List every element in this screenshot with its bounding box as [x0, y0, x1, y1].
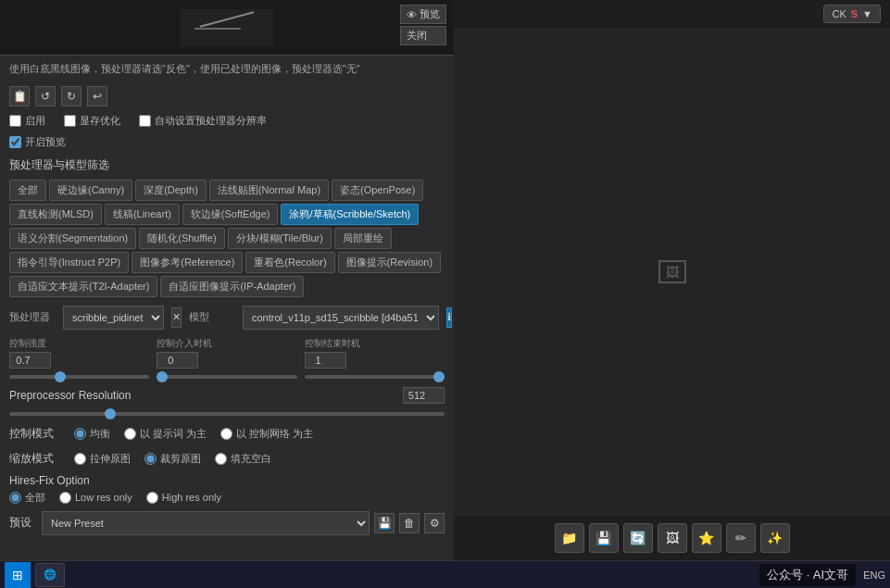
hires-all[interactable]: 全部 — [9, 491, 45, 505]
end-step-label: 控制结束时机 — [305, 337, 445, 350]
open-preview-checkbox-item[interactable]: 开启预览 — [9, 135, 66, 149]
rt-refresh-btn[interactable]: 🔄 — [623, 523, 653, 553]
control-weight-value[interactable] — [9, 352, 51, 369]
rt-edit-btn[interactable]: ✏ — [726, 523, 756, 553]
preset-save-btn[interactable]: 💾 — [374, 513, 395, 533]
filter-btn-softedge[interactable]: 软边缘(SoftEdge) — [182, 204, 279, 225]
filter-btn-segmentation[interactable]: 语义分割(Segmentation) — [9, 228, 136, 249]
resize-mode-label: 缩放模式 — [9, 451, 60, 467]
toolbar-redo-icon[interactable]: ↻ — [61, 86, 81, 106]
control-mode-prompt-radio[interactable] — [124, 428, 136, 440]
pres-slider[interactable] — [9, 412, 445, 416]
pres-value-input[interactable] — [403, 387, 445, 404]
description-content: 使用白底黑线图像，预处理器请选"反色"，使用已处理的图像，预处理器选"无" — [9, 63, 360, 74]
rt-folder-btn[interactable]: 📁 — [555, 523, 584, 553]
filter-btn-reference[interactable]: 图像参考(Reference) — [132, 252, 243, 273]
auto-res-checkbox[interactable] — [139, 115, 151, 127]
control-mode-network[interactable]: 以 控制网络 为主 — [220, 427, 313, 441]
control-mode-balanced-radio[interactable] — [74, 428, 86, 440]
resize-stretch-label: 拉伸原图 — [90, 452, 131, 466]
ck-badge: CK S ▼ — [823, 5, 881, 23]
resize-stretch[interactable]: 拉伸原图 — [74, 452, 131, 466]
end-step-slider[interactable] — [305, 375, 445, 379]
three-col-slider: 控制强度 控制介入时机 控制结束时机 — [0, 334, 454, 384]
taskbar-app-chrome[interactable]: 🌐 — [35, 563, 65, 587]
start-button[interactable]: ⊞ — [5, 562, 31, 588]
toolbar-copy-icon[interactable]: 📋 — [9, 86, 30, 106]
rt-magic-btn[interactable]: ✨ — [760, 523, 790, 553]
filter-btn-revision[interactable]: 图像提示(Revision) — [338, 252, 442, 273]
preview-button[interactable]: 👁 预览 — [400, 5, 446, 24]
end-step-value[interactable] — [305, 352, 346, 369]
control-mode-network-radio[interactable] — [220, 428, 232, 440]
model-info-btn[interactable]: ℹ — [446, 307, 452, 328]
memory-opt-checkbox-item[interactable]: 显存优化 — [64, 114, 120, 128]
memory-opt-checkbox[interactable] — [64, 115, 76, 127]
filter-btn-t2i[interactable]: 自适应文本提示(T2I-Adapter) — [9, 276, 157, 297]
hires-low[interactable]: Low res only — [59, 491, 132, 505]
preset-select[interactable]: New Preset — [42, 511, 370, 535]
preset-settings-btn[interactable]: ⚙ — [424, 513, 445, 533]
right-panel: CK S ▼ 🖼 📁 💾 🔄 🖼 — [454, 0, 890, 560]
filter-btn-canny[interactable]: 硬边缘(Canny) — [49, 180, 132, 201]
start-step-slider[interactable] — [157, 375, 296, 379]
enable-checkbox-item[interactable]: 启用 — [9, 114, 45, 128]
pres-resolution-row: Preprocessor Resolution — [0, 384, 454, 421]
ck-s-label: S — [851, 8, 858, 19]
control-mode-prompt-label: 以 提示词 为主 — [140, 427, 207, 441]
filter-btn-ipadapter[interactable]: 自适应图像提示(IP-Adapter) — [160, 276, 304, 297]
filter-btn-tile[interactable]: 分块/模糊(Tile/Blur) — [228, 228, 332, 249]
enable-checkbox[interactable] — [9, 115, 21, 127]
rt-image-btn[interactable]: 🖼 — [658, 523, 687, 553]
large-image-area: 🖼 — [454, 28, 890, 516]
auto-res-label: 自动设置预处理器分辨率 — [155, 114, 267, 128]
rt-save-btn[interactable]: 💾 — [589, 523, 619, 553]
open-preview-checkbox[interactable] — [9, 136, 21, 148]
ck-dropdown-icon[interactable]: ▼ — [862, 8, 872, 19]
preset-delete-icon: 🗑 — [404, 517, 415, 530]
filter-btn-shuffle[interactable]: 随机化(Shuffle) — [139, 228, 224, 249]
filter-btn-inpaint[interactable]: 局部重绘 — [334, 228, 392, 249]
hires-low-radio[interactable] — [59, 492, 71, 504]
resize-crop[interactable]: 裁剪原图 — [144, 452, 201, 466]
close-button[interactable]: 关闭 — [400, 26, 446, 45]
taskbar-right: 公众号 · AI文哥 ENG — [759, 564, 885, 586]
filter-btn-depth[interactable]: 深度(Depth) — [135, 180, 207, 201]
hires-high-label: High res only — [162, 492, 221, 503]
hires-all-radio[interactable] — [9, 492, 21, 504]
resize-stretch-radio[interactable] — [74, 453, 86, 465]
model-select[interactable]: control_v11p_sd15_scribble [d4ba51 — [243, 306, 439, 330]
resize-crop-radio[interactable] — [144, 453, 157, 465]
resize-fill-radio[interactable] — [215, 453, 227, 465]
image-placeholder-icon: 🖼 — [666, 265, 679, 280]
preset-delete-btn[interactable]: 🗑 — [399, 513, 420, 533]
filter-btn-scribble[interactable]: 涂鸦/草稿(Scribble/Sketch) — [281, 204, 419, 225]
filter-btn-instructp2p[interactable]: 指令引导(Instruct P2P) — [9, 252, 129, 273]
filter-btn-all[interactable]: 全部 — [9, 180, 46, 201]
filter-btn-normalmap[interactable]: 法线贴图(Normal Map) — [209, 180, 329, 201]
preprocessor-select[interactable]: scribble_pidinet — [63, 306, 164, 330]
preprocessor-reset-btn[interactable]: ✕ — [171, 307, 182, 328]
preview-label: 预览 — [420, 7, 440, 21]
filter-btn-lineart[interactable]: 线稿(Lineart) — [105, 204, 180, 225]
filter-btn-mlsd[interactable]: 直线检测(MLSD) — [9, 204, 102, 225]
model-info-icon: ℹ — [447, 311, 451, 323]
rt-star-btn[interactable]: ⭐ — [692, 523, 721, 553]
control-mode-prompt[interactable]: 以 提示词 为主 — [124, 427, 207, 441]
hires-high-radio[interactable] — [146, 492, 158, 504]
rt-edit-icon: ✏ — [735, 531, 746, 545]
control-weight-slider[interactable] — [9, 375, 149, 379]
resize-fill[interactable]: 填充空白 — [215, 452, 271, 466]
toolbar-row: 📋 ↺ ↻ ↩ — [0, 82, 454, 110]
filter-btn-recolor[interactable]: 重着色(Recolor) — [245, 252, 334, 273]
filter-btn-openpose[interactable]: 姿态(OpenPose) — [332, 180, 423, 201]
toolbar-back-icon[interactable]: ↩ — [87, 86, 107, 106]
rt-star-icon: ⭐ — [698, 531, 714, 545]
auto-res-checkbox-item[interactable]: 自动设置预处理器分辨率 — [139, 114, 267, 128]
control-mode-balanced[interactable]: 均衡 — [74, 427, 110, 441]
preset-save-icon: 💾 — [378, 517, 392, 530]
hires-high[interactable]: High res only — [146, 491, 221, 505]
control-mode-network-label: 以 控制网络 为主 — [236, 427, 313, 441]
toolbar-undo-icon[interactable]: ↺ — [35, 86, 56, 106]
start-step-value[interactable] — [157, 352, 198, 369]
